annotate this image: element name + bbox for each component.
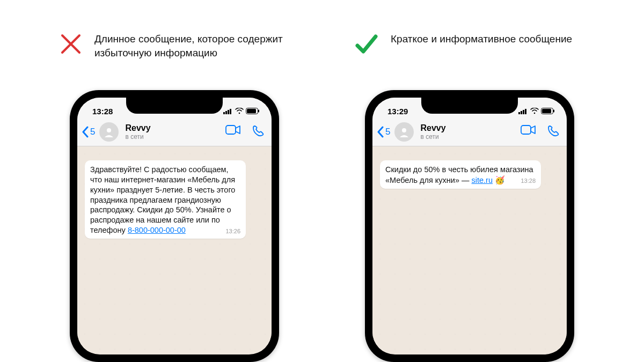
chat-header: 5 Revvy в сети	[372, 119, 567, 146]
avatar[interactable]	[99, 122, 119, 142]
notch	[421, 98, 518, 114]
video-call-button[interactable]	[521, 125, 536, 139]
chat-body: Здравствуйте! С радостью сообщаем, что н…	[77, 146, 272, 352]
svg-point-6	[239, 113, 240, 114]
check-icon	[354, 32, 379, 59]
party-emoji: 🥳	[495, 175, 505, 184]
chat-header: 5 Revvy в сети	[77, 119, 272, 146]
phone-screen: 13:29 5 Revvy в сети	[372, 98, 567, 354]
cross-icon	[59, 32, 83, 58]
header-actions	[521, 125, 559, 139]
phone-screen: 13:28 5 Revvy в сети	[77, 98, 272, 354]
contact-name-block[interactable]: Revvy в сети	[420, 123, 517, 141]
svg-rect-14	[523, 110, 524, 114]
chat-body: Скидки до 50% в честь юбилея магазина «М…	[372, 146, 567, 352]
svg-point-20	[402, 128, 406, 132]
phone-icon	[547, 125, 559, 137]
svg-rect-11	[226, 125, 236, 134]
back-button[interactable]: 5	[82, 126, 95, 138]
caption-row: Длинное сообщение, которое содержит избы…	[59, 32, 290, 75]
svg-rect-21	[521, 125, 531, 134]
person-icon	[398, 126, 410, 138]
chevron-left-icon	[377, 126, 384, 138]
svg-point-10	[107, 128, 111, 132]
svg-rect-15	[525, 109, 526, 114]
message-text: Скидки до 50% в честь юбилея магазина «М…	[385, 165, 533, 184]
header-actions	[225, 125, 264, 139]
message-phone-link[interactable]: 8-800-000-00-00	[128, 226, 186, 234]
person-icon	[103, 126, 115, 138]
back-count: 5	[90, 127, 95, 137]
message-time: 13:28	[521, 177, 536, 184]
svg-rect-13	[521, 111, 522, 114]
status-time: 13:29	[387, 107, 408, 116]
message-site-link[interactable]: site.ru	[472, 176, 493, 184]
svg-rect-4	[228, 110, 229, 114]
voice-call-button[interactable]	[547, 125, 559, 139]
svg-rect-2	[223, 112, 225, 114]
phone-mock-left: 13:28 5 Revvy в сети	[70, 90, 279, 362]
example-left: Длинное сообщение, которое содержит избы…	[59, 32, 290, 362]
caption-row: Краткое и информативное сообщение	[354, 32, 585, 75]
caption-text: Краткое и информативное сообщение	[391, 32, 572, 46]
svg-rect-12	[518, 112, 520, 114]
message-bubble[interactable]: Скидки до 50% в честь юбилея магазина «М…	[380, 160, 541, 189]
message-time: 13:26	[225, 227, 240, 235]
back-count: 5	[385, 127, 390, 137]
contact-status: в сети	[420, 133, 517, 141]
svg-rect-9	[258, 110, 259, 113]
status-icons	[223, 108, 260, 114]
video-icon	[521, 125, 536, 135]
notch	[126, 98, 223, 114]
svg-rect-18	[542, 109, 551, 113]
chevron-left-icon	[82, 126, 89, 138]
status-time: 13:28	[92, 107, 113, 116]
message-bubble[interactable]: Здравствуйте! С радостью сообщаем, что н…	[85, 160, 246, 239]
avatar[interactable]	[394, 122, 414, 142]
svg-rect-3	[225, 111, 227, 114]
video-icon	[225, 125, 240, 135]
message-text: Здравствуйте! С радостью сообщаем, что н…	[90, 165, 235, 234]
contact-name: Revvy	[420, 123, 517, 133]
svg-rect-19	[553, 110, 554, 113]
svg-point-16	[534, 113, 536, 114]
video-call-button[interactable]	[225, 125, 240, 139]
phone-mock-right: 13:29 5 Revvy в сети	[365, 90, 574, 362]
svg-rect-8	[247, 109, 256, 113]
voice-call-button[interactable]	[252, 125, 264, 139]
contact-name: Revvy	[125, 123, 222, 133]
svg-rect-5	[230, 109, 231, 114]
status-icons	[518, 108, 555, 114]
phone-icon	[252, 125, 264, 137]
contact-status: в сети	[125, 133, 222, 141]
caption-text: Длинное сообщение, которое содержит избы…	[94, 32, 290, 60]
contact-name-block[interactable]: Revvy в сети	[125, 123, 222, 141]
back-button[interactable]: 5	[377, 126, 390, 138]
example-right: Краткое и информативное сообщение 13:29 …	[354, 32, 585, 362]
